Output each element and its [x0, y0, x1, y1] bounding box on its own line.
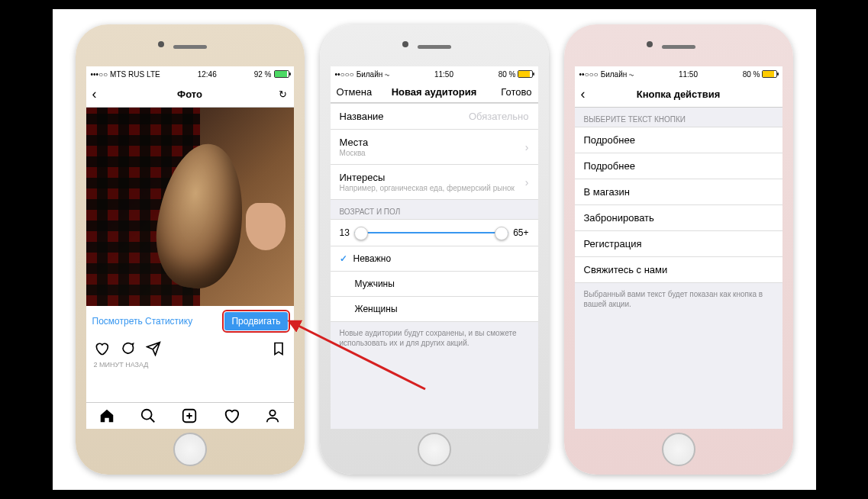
post-actions — [86, 336, 294, 361]
navbar: Отмена Новая аудитория Готово — [331, 82, 538, 103]
view-stats-link[interactable]: Посмотреть Статистику — [92, 316, 193, 327]
places-field[interactable]: МестаМосква › — [331, 130, 538, 165]
home-button[interactable] — [662, 433, 695, 466]
promote-button[interactable]: Продвигать — [224, 312, 287, 330]
page-title: Фото — [177, 89, 202, 100]
name-field[interactable]: Название Обязательно — [331, 103, 538, 130]
gender-any[interactable]: ✓Неважно — [331, 246, 538, 272]
done-button[interactable]: Готово — [495, 86, 532, 98]
tab-bar — [86, 402, 294, 429]
activity-icon[interactable] — [223, 407, 240, 424]
add-icon[interactable] — [181, 407, 198, 424]
interests-field[interactable]: ИнтересыНапример, органическая еда, ферм… — [331, 165, 538, 200]
footer-note: Выбранный вами текст будет показан как к… — [575, 283, 782, 315]
cta-option[interactable]: Подробнее — [575, 153, 782, 179]
cta-option[interactable]: Забронировать — [575, 205, 782, 231]
cta-option[interactable]: В магазин — [575, 179, 782, 205]
status-bar: •••○○MTS RUSLTE 12:46 92 % — [86, 66, 294, 82]
svg-point-0 — [142, 410, 152, 420]
status-bar: ••○○○Билайн⏦ 11:50 80 % — [575, 66, 782, 82]
home-button[interactable] — [173, 433, 207, 466]
phone-2: ••○○○Билайн⏦ 11:50 80 % Отмена Новая ауд… — [320, 24, 549, 475]
gender-male[interactable]: Мужчины — [331, 272, 538, 297]
cancel-button[interactable]: Отмена — [337, 86, 373, 98]
timestamp: 2 МИНУТ НАЗАД — [86, 361, 294, 373]
refresh-icon[interactable]: ↻ — [250, 89, 287, 100]
chevron-right-icon: › — [525, 141, 529, 153]
page-title: Кнопка действия — [637, 89, 721, 100]
status-bar: ••○○○Билайн⏦ 11:50 80 % — [331, 66, 538, 82]
share-icon[interactable] — [146, 341, 161, 356]
navbar: ‹ Кнопка действия — [575, 82, 782, 108]
home-icon[interactable] — [98, 407, 115, 424]
phone-3: ••○○○Билайн⏦ 11:50 80 % ‹ Кнопка действи… — [564, 24, 793, 475]
comment-icon[interactable] — [120, 341, 135, 356]
bookmark-icon[interactable] — [271, 341, 286, 356]
section-header: ВЫБЕРИТЕ ТЕКСТ КНОПКИ — [575, 108, 782, 127]
home-button[interactable] — [418, 433, 451, 466]
section-header: ВОЗРАСТ И ПОЛ — [331, 200, 538, 219]
back-icon[interactable]: ‹ — [581, 86, 618, 102]
svg-point-2 — [270, 410, 276, 416]
phone-1: •••○○MTS RUSLTE 12:46 92 % ‹ Фото ↻ Посм… — [76, 24, 305, 475]
post-image[interactable] — [86, 108, 294, 306]
navbar: ‹ Фото ↻ — [86, 82, 294, 108]
cta-option[interactable]: Подробнее — [575, 127, 782, 153]
profile-icon[interactable] — [264, 407, 281, 424]
search-icon[interactable] — [140, 407, 156, 424]
footer-note: Новые аудитории будут сохранены, и вы см… — [331, 322, 538, 354]
page-title: Новая аудитория — [392, 86, 477, 98]
chevron-right-icon: › — [525, 176, 529, 188]
gender-female[interactable]: Женщины — [331, 297, 538, 322]
age-slider[interactable]: 13 65+ — [331, 219, 538, 246]
cta-option[interactable]: Регистрация — [575, 231, 782, 257]
back-icon[interactable]: ‹ — [92, 86, 129, 102]
cta-option[interactable]: Свяжитесь с нами — [575, 257, 782, 283]
heart-icon[interactable] — [94, 341, 109, 356]
